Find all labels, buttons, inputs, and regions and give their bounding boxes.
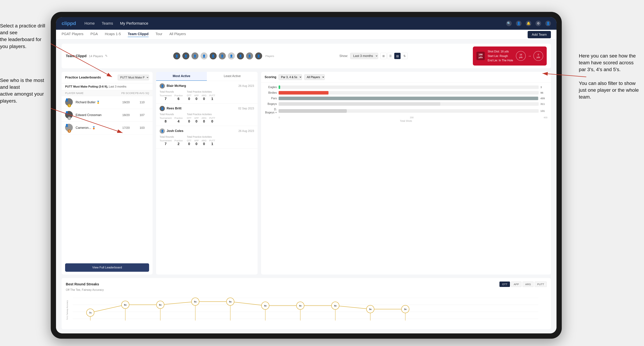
svg-text:6x: 6x [159, 304, 162, 306]
avatar-9[interactable]: 👤 [246, 52, 254, 60]
svg-text:5x: 5x [229, 300, 232, 303]
drill-select[interactable]: PUTT Must Make Putting... [118, 75, 149, 80]
avatar-7[interactable]: 👤 [228, 52, 235, 60]
ott-streak-btn[interactable]: OTT [500, 282, 510, 287]
annotation-scoring: Here you can see how theteam have scored… [579, 52, 639, 100]
arg-streak-btn[interactable]: ARG [522, 282, 534, 287]
player-avg-3: 103 [135, 126, 149, 130]
nav-my-performance[interactable]: My Performance [120, 21, 148, 26]
avatar-10[interactable]: 👤 [255, 52, 262, 60]
avatar-6[interactable]: 👤 [218, 52, 226, 60]
app-stat-1: APP 0 [194, 94, 199, 101]
search-icon[interactable]: 🔍 [506, 21, 512, 26]
view-icons: ⊞ ☰ ▤ ⇅ [380, 53, 408, 59]
activity-player-3: 👤 Josh Coles 26 Aug 2023 Total Rounds To… [156, 126, 258, 149]
streaks-header: Best Round Streaks OTT APP ARG PUTT [66, 282, 547, 287]
player-name-2: Edward Crossman [76, 113, 117, 117]
player-score-3: 17/20 [119, 126, 133, 130]
nav-teams[interactable]: Teams [102, 21, 113, 26]
subnav-tour[interactable]: Tour [156, 32, 162, 37]
subnav-team-clippd[interactable]: Team Clippd [128, 32, 148, 37]
avatar-1[interactable]: 👤 [173, 52, 180, 60]
rounds-row-3: Tournament 7 Practice 2 [160, 139, 183, 146]
streaks-buttons: OTT APP ARG PUTT [500, 282, 547, 287]
svg-text:4x: 4x [264, 304, 267, 307]
pars-value: 499 [540, 97, 548, 100]
logo: clippd [62, 21, 76, 26]
metric-2: 0 yds [534, 51, 543, 61]
birdies-value: 96 [540, 91, 548, 94]
activity-player-2-name: 👤 Rees Britt [160, 106, 182, 111]
team-info: Team Clippd 14 Players ✎ [66, 54, 108, 58]
avatar-3[interactable]: 👤 [191, 52, 199, 60]
practice-row-3: OTT 0 APP 0 ARG 0 [187, 139, 215, 146]
leaderboard-table-header: PLAYER NAME PB SCORE PB AVG SQ [62, 90, 152, 96]
putt-stat-1: PUTT 1 [209, 94, 215, 101]
subnav-all-players[interactable]: All Players [170, 32, 186, 37]
least-active-tab[interactable]: Least Active [207, 72, 258, 81]
avatar-2[interactable]: 👤 [182, 52, 190, 60]
putt-streak-btn[interactable]: PUTT [534, 282, 547, 287]
grid-view-btn[interactable]: ⊞ [380, 53, 386, 59]
practice-stat-1: Practice 6 [174, 94, 183, 101]
show-label: Show: [339, 54, 348, 58]
x-axis-title: Total Shots [264, 120, 548, 122]
practice-row-2: OTT 0 APP 0 ARG 0 [187, 117, 215, 123]
period-select[interactable]: Last 3 months [350, 53, 378, 59]
nav-home[interactable]: Home [84, 21, 95, 26]
avatar-4[interactable]: 👤 [200, 52, 208, 60]
activity-stats-2: Total Rounds Tournament 8 Practice 4 [160, 113, 254, 123]
svg-text:5x: 5x [194, 300, 197, 303]
app-streak-btn[interactable]: APP [511, 282, 522, 287]
team-header: Team Clippd 14 Players ✎ 👤 👤 👤 👤 👤 👤 👤 👤… [62, 44, 551, 68]
bogeys-fill [278, 102, 440, 106]
activity-date-3: 26 Aug 2023 [238, 130, 254, 133]
activity-stats-1: Total Rounds Tournament 7 Practice 6 [160, 90, 254, 101]
svg-text:7x: 7x [89, 311, 92, 314]
ott-stat-3: OTT 0 [187, 139, 192, 146]
pars-track [278, 97, 539, 100]
settings-icon[interactable]: ⚙ [536, 21, 541, 26]
sort-view-btn[interactable]: ⇅ [401, 53, 408, 59]
subnav-pgat[interactable]: PGAT Players [62, 32, 84, 37]
practice-row-1: OTT 0 APP 0 ARG 0 [187, 94, 215, 101]
list-view-btn[interactable]: ▤ [394, 53, 400, 59]
tablet-frame: clippd Home Teams My Performance 🔍 👤 🔔 ⚙… [51, 12, 562, 339]
ott-stat-1: OTT 0 [187, 94, 192, 101]
tournament-stat-3: Tournament 7 [160, 139, 172, 146]
player-rank-avatar-1: 👤 1 [65, 98, 74, 107]
par-filter-select[interactable]: Par 3, 4 & 5s [278, 74, 302, 80]
leaderboard-player-2[interactable]: 👤 2 Edward Crossman 18/20 107 [62, 109, 152, 122]
practice-group-1: Total Practice Activities OTT 0 APP 0 [187, 90, 215, 101]
subnav-hcaps[interactable]: Hcaps 1-5 [105, 32, 121, 37]
annotation-most-least-active: See who is the most and leastactive amon… [0, 77, 49, 104]
person-icon[interactable]: 👤 [516, 21, 522, 26]
svg-text:3x: 3x [404, 308, 407, 311]
ott-stat-2: OTT 0 [187, 117, 192, 123]
eagles-value: 3 [540, 86, 548, 89]
activity-avatar-1: 👤 [160, 83, 165, 89]
avatar-8[interactable]: 👤 [236, 52, 244, 60]
bell-icon[interactable]: 🔔 [526, 21, 531, 26]
player-avatars: 👤 👤 👤 👤 👤 👤 👤 👤 👤 👤 Players [173, 52, 274, 60]
subnav-pga[interactable]: PGA [90, 32, 98, 37]
most-active-tab[interactable]: Most Active [156, 72, 207, 81]
svg-text:4x: 4x [299, 304, 302, 307]
shot-details: Shot Dist: 16 yds Start Lie: Rough End L… [488, 49, 513, 63]
rounds-group-2: Total Rounds Tournament 8 Practice 4 [160, 113, 183, 123]
view-full-leaderboard-button[interactable]: View Full Leaderboard [65, 263, 149, 272]
add-team-button[interactable]: Add Team [528, 31, 551, 38]
table-view-btn[interactable]: ☰ [387, 53, 394, 59]
edit-icon[interactable]: ✎ [105, 54, 108, 58]
activity-tabs: Most Active Least Active [156, 72, 258, 81]
avatar-5[interactable]: 👤 [209, 52, 217, 60]
rounds-group-3: Total Rounds Tournament 7 Practice 2 [160, 135, 183, 146]
player-filter-select[interactable]: All Players [304, 74, 325, 80]
birdies-bar-row: Birdies 96 [264, 91, 548, 95]
svg-text:3x: 3x [369, 308, 372, 311]
user-avatar[interactable]: 👤 [545, 21, 551, 26]
rank-badge-2: 2 [68, 117, 71, 120]
activity-stats-3: Total Rounds Tournament 7 Practice 2 [160, 135, 254, 146]
leaderboard-player-1[interactable]: 👤 1 Richard Butler 🥇 19/20 110 [62, 96, 152, 109]
leaderboard-player-3[interactable]: 👤 3 Cameron... 🥉 17/20 103 [62, 122, 152, 134]
